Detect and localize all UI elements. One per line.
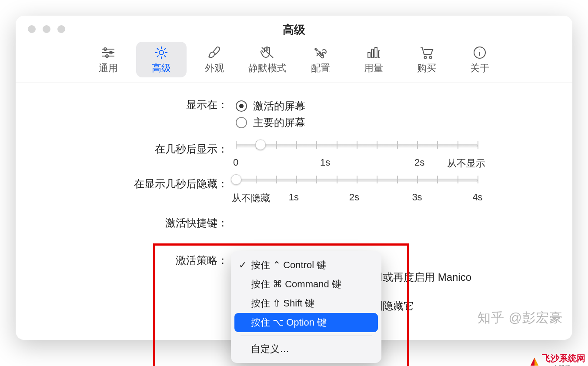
- gear-icon: [140, 45, 182, 60]
- menu-item-option[interactable]: 按住 ⌥ Option 键: [234, 313, 378, 332]
- tab-buy[interactable]: 购买: [401, 42, 452, 77]
- hide-after-slider[interactable]: [236, 177, 478, 183]
- menu-item-label: 按住 ⇧ Shift 键: [251, 297, 314, 310]
- radio-label: 激活的屏幕: [253, 99, 305, 113]
- tab-label: 用量: [353, 62, 394, 75]
- window-title: 高级: [283, 17, 305, 42]
- advanced-form: 显示在： 激活的屏幕 主要的屏幕 在几秒后显示：: [16, 83, 572, 267]
- strategy-label: 激活策略：: [37, 253, 236, 267]
- tick-label: 3s: [412, 192, 422, 203]
- tab-usage[interactable]: 用量: [348, 42, 399, 77]
- menu-item-label: 按住 ⌘ Command 键: [251, 278, 341, 291]
- site-name: 飞沙系统网: [542, 353, 585, 363]
- titlebar: 高级: [16, 16, 572, 40]
- radio-label: 主要的屏幕: [253, 116, 305, 130]
- radio-active-screen[interactable]: [236, 100, 247, 112]
- tab-label: 通用: [87, 62, 129, 75]
- menu-item-shift[interactable]: 按住 ⇧ Shift 键: [234, 294, 378, 313]
- hotkey-label: 激活快捷键：: [37, 216, 236, 230]
- svg-rect-4: [368, 53, 370, 58]
- preferences-toolbar: 通用 高级 外观 静默模式 配置: [16, 40, 572, 83]
- site-url: www.fs0745.com: [542, 364, 585, 366]
- bar-chart-icon: [353, 45, 394, 60]
- checkmark-icon: ✓: [238, 260, 247, 271]
- menu-item-control[interactable]: ✓ 按住 ⌃ Control 键: [234, 256, 378, 275]
- tab-about[interactable]: 关于: [454, 42, 505, 77]
- tab-appearance[interactable]: 外观: [189, 42, 240, 77]
- menu-item-label: 按住 ⌥ Option 键: [251, 316, 327, 329]
- traffic-lights: [28, 25, 65, 33]
- zoom-window-button[interactable]: [57, 25, 65, 33]
- tab-config[interactable]: 配置: [295, 42, 346, 77]
- svg-rect-6: [375, 47, 377, 58]
- tab-label: 静默模式: [247, 62, 288, 75]
- tools-icon: [300, 45, 341, 60]
- paintbrush-icon: [194, 45, 235, 60]
- hand-off-icon: [247, 45, 288, 60]
- tab-label: 配置: [300, 62, 341, 75]
- show-after-label: 在几秒后显示：: [37, 142, 236, 156]
- menu-item-custom[interactable]: 自定义…: [234, 339, 378, 359]
- tab-silent[interactable]: 静默模式: [242, 42, 293, 77]
- tab-general[interactable]: 通用: [83, 42, 134, 77]
- svg-point-9: [430, 57, 432, 59]
- tick-label: 从不隐藏: [232, 192, 270, 205]
- info-icon: [459, 45, 501, 60]
- tick-label: 0: [233, 157, 238, 168]
- tab-label: 外观: [194, 62, 235, 75]
- display-on-label: 显示在：: [37, 98, 236, 112]
- minimize-window-button[interactable]: [43, 25, 50, 33]
- watermark-site: 飞沙系统网 www.fs0745.com: [530, 353, 585, 366]
- sliders-icon: [87, 45, 129, 60]
- tab-label: 关于: [459, 62, 501, 75]
- svg-rect-5: [371, 49, 374, 58]
- tab-label: 购买: [406, 62, 448, 75]
- menu-separator: [241, 336, 372, 336]
- menu-item-command[interactable]: 按住 ⌘ Command 键: [234, 275, 378, 294]
- site-logo-icon: [530, 357, 539, 366]
- tab-advanced[interactable]: 高级: [136, 42, 187, 77]
- preferences-window: 高级 通用 高级 外观 静默模式: [16, 16, 572, 340]
- tick-label: 1s: [289, 192, 299, 203]
- tab-label: 高级: [140, 62, 182, 75]
- svg-point-8: [424, 57, 427, 59]
- radio-main-screen[interactable]: [236, 117, 247, 128]
- tick-label: 2s: [414, 157, 424, 168]
- menu-item-label: 按住 ⌃ Control 键: [251, 259, 326, 272]
- menu-item-label: 自定义…: [251, 343, 289, 356]
- hide-after-label: 在显示几秒后隐藏：: [37, 177, 236, 191]
- hotkey-dropdown-menu: ✓ 按住 ⌃ Control 键 按住 ⌘ Command 键 按住 ⇧ Shi…: [231, 251, 381, 363]
- tick-label: 2s: [349, 192, 359, 203]
- show-after-slider[interactable]: [236, 142, 478, 148]
- tick-label: 4s: [472, 192, 482, 203]
- svg-rect-7: [378, 51, 380, 58]
- close-window-button[interactable]: [28, 25, 36, 33]
- svg-point-3: [159, 50, 164, 55]
- tick-label: 1s: [320, 157, 330, 168]
- tick-label: 从不显示: [447, 157, 485, 170]
- watermark-zhihu: 知乎 @彭宏豪: [478, 309, 563, 327]
- hint-text: 用或再度启用 Manico: [372, 270, 471, 284]
- cart-icon: [406, 45, 448, 60]
